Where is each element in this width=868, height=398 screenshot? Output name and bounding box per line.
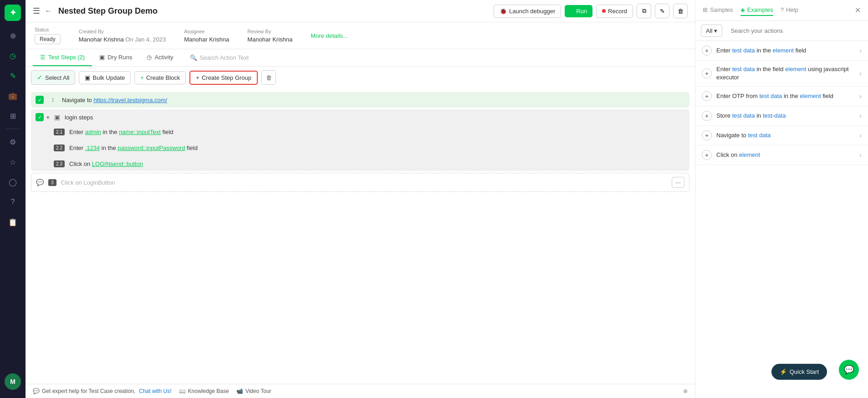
edit-button[interactable]: ✎ [655,4,669,18]
bottom-close-button[interactable]: ⊗ [683,388,688,394]
sidebar-item-integrations[interactable]: ☆ [4,153,22,171]
select-all-button[interactable]: ✓ Select All [31,70,75,85]
sidebar-item-history[interactable]: ◷ [4,47,22,65]
copy-button[interactable]: ⧉ [637,4,651,18]
add-action-3-icon[interactable]: + [702,91,712,101]
tab-dry-runs[interactable]: ▣ Dry Runs [92,49,139,66]
search-icon: 🔍 [190,54,197,61]
video-icon: 📹 [236,388,243,394]
sidebar-item-settings[interactable]: ⚙ [4,133,22,151]
sidebar: ✦ ⊕ ◷ ✎ 💼 ⊞ ⚙ ☆ ◯ ? 📋 M [0,0,26,398]
sidebar-item-add[interactable]: ⊕ [4,26,22,45]
launch-debugger-button[interactable]: 🐞 Launch debugger [494,5,561,18]
chat-link[interactable]: Chat with Us! [139,388,171,394]
select-all-label: Select All [45,74,69,81]
action-2-key2: element [785,66,806,72]
list-item[interactable]: + Enter OTP from test data in the elemen… [695,87,868,106]
create-step-group-plus-icon: + [196,74,199,81]
status-label: Status [35,27,61,32]
create-block-label: Create Block [146,74,180,81]
action-1-key2: element [773,47,794,54]
record-button[interactable]: Record [596,5,633,18]
step-2-2-element2[interactable]: password::inputPassword [117,145,185,151]
status-badge: Ready [35,34,61,44]
run-button[interactable]: Run [565,5,592,17]
more-details-link[interactable]: More details... [311,32,348,39]
step-2-2-element1[interactable]: .1234 [85,145,100,151]
run-label: Run [576,8,587,15]
list-item[interactable]: + Enter test data in the field element u… [695,61,868,87]
right-search-input[interactable] [726,25,863,36]
right-tab-examples[interactable]: ◈ Examples [740,5,773,16]
search-placeholder: Search Action Text [200,54,249,61]
list-item[interactable]: + Navigate to test data › [695,126,868,145]
bulk-update-button[interactable]: ▣ Bulk Update [79,71,131,84]
add-action-4-icon[interactable]: + [702,111,712,121]
table-row: 2.1 Enter admin in the name::inputText f… [49,125,689,139]
sidebar-item-edit[interactable]: ✎ [4,67,22,85]
right-actions-list: + Enter test data in the element field ›… [695,41,868,398]
bug-icon: 🐞 [500,8,507,15]
list-item[interactable]: + Enter test data in the element field › [695,41,868,61]
step-2-group-label: login steps [65,114,93,121]
create-step-group-button[interactable]: + Create Step Group [189,71,258,85]
review-by-label: Review By [247,29,292,34]
add-action-2-icon[interactable]: + [702,68,712,78]
table-row: 💬 3 Click on LoginButton ··· [31,173,689,192]
top-bar-actions: 🐞 Launch debugger Run Record ⧉ ✎ 🗑 [494,4,688,18]
tab-activity[interactable]: ◷ Activity [139,49,180,66]
quick-start-button[interactable]: ⚡ Quick Start [771,364,827,380]
step-2-checkbox[interactable]: ✓ [36,113,44,121]
filter-select[interactable]: All ▾ [701,25,722,37]
examples-label: Examples [747,6,773,13]
add-action-6-icon[interactable]: + [702,150,712,160]
sidebar-item-grid[interactable]: ⊞ [4,107,22,125]
step-2-group-icon: ▣ [54,114,60,121]
action-2-chevron-icon: › [859,70,862,77]
list-item[interactable]: + Store test data in test-data › [695,106,868,126]
quick-start-icon: ⚡ [780,368,787,375]
create-block-button[interactable]: + Create Block [134,71,186,84]
list-item[interactable]: + Click on element › [695,145,868,165]
sidebar-item-help[interactable]: ? [4,193,22,211]
step-2-1-element1[interactable]: admin [85,129,101,135]
step-1-number: 1 [48,98,57,103]
review-by-value: Manohar Krishna [247,36,292,43]
tab-test-steps[interactable]: ☰ Test Steps (2) [33,49,92,66]
right-tab-help[interactable]: ? Help [781,5,798,16]
delete-button[interactable]: 🗑 [673,4,688,18]
action-search-bar[interactable]: 🔍 Search Action Text [184,52,688,64]
step-2-1-element2[interactable]: name::inputText [119,129,161,135]
created-by-group: Created By Manohar Krishna On Jan 4, 202… [79,29,166,43]
add-action-5-icon[interactable]: + [702,130,712,140]
book-icon: 📖 [179,388,186,394]
right-panel-close-button[interactable]: ✕ [855,6,861,15]
action-1-chevron-icon: › [859,47,862,54]
knowledge-base-link[interactable]: 📖 Knowledge Base [179,388,229,394]
sidebar-item-testcases[interactable]: 💼 [4,87,22,105]
action-5-chevron-icon: › [859,132,862,139]
avatar[interactable]: M [5,373,21,390]
assignee-label: Assignee [184,29,229,34]
launch-debugger-label: Launch debugger [509,8,555,15]
table-row: ✓ ▾ ▣ login steps 2.1 Enter admin in the… [31,109,689,171]
step-3-more-button[interactable]: ··· [672,177,684,188]
sidebar-item-reports[interactable]: 📋 [4,213,22,231]
chat-button[interactable]: 💬 [839,360,859,380]
step-1-checkbox[interactable]: ✓ [36,96,44,104]
chat-help-text: 💬 Get expert help for Test Case creation… [33,388,172,394]
sidebar-item-monitor[interactable]: ◯ [4,173,22,191]
step-1-link[interactable]: https://travel.testsigma.com/ [93,97,167,103]
menu-icon[interactable]: ☰ [33,6,40,16]
run-dot-icon [570,9,574,13]
action-4-key1: test data [732,112,755,119]
delete-selected-button[interactable]: 🗑 [261,70,276,85]
step-2-3-element[interactable]: LOGINsend::button [92,160,143,167]
back-button[interactable]: ← [45,7,52,15]
right-tab-samples[interactable]: ⊞ Samples [703,5,733,16]
step-2-expand-icon[interactable]: ▾ [46,114,50,121]
edit-icon: ✎ [660,8,665,15]
add-action-1-icon[interactable]: + [702,46,712,56]
video-tour-link[interactable]: 📹 Video Tour [236,388,271,394]
action-4-text: Store test data in test-data [716,112,855,120]
